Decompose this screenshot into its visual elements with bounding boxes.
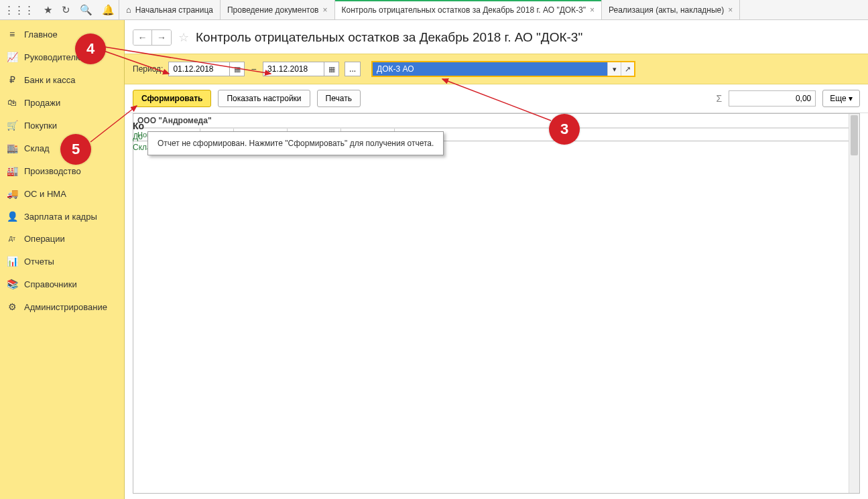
tab-label: Проведение документов <box>227 5 319 15</box>
sidebar-label: Продажи <box>24 98 60 108</box>
action-row: Сформировать Показать настройки Печать Σ… <box>125 84 868 113</box>
ruble-icon: ₽ <box>7 74 17 85</box>
star-icon[interactable]: ★ <box>44 4 52 16</box>
tabs: ⌂ Начальная страница Проведение документ… <box>119 0 740 19</box>
tab-home[interactable]: ⌂ Начальная страница <box>119 0 221 19</box>
sidebar-item-main[interactable]: ≡Главное <box>0 23 124 46</box>
sidebar-item-catalogs[interactable]: 📚Справочники <box>0 273 124 295</box>
more-button[interactable]: Еще ▾ <box>822 90 860 107</box>
bell-icon[interactable]: 🔔 <box>102 4 115 16</box>
annotation-badge-4: 4 <box>75 33 106 64</box>
warehouse-icon: 🏬 <box>7 143 17 153</box>
tab-label: Контроль отрицательных остатков за Декаб… <box>342 5 586 15</box>
date-from-input[interactable] <box>169 62 229 76</box>
debit-icon: Дт <box>7 236 17 242</box>
content: ← → ☆ Контроль отрицательных остатков за… <box>125 20 868 499</box>
cart-icon: 🛒 <box>7 120 17 131</box>
bag-icon: 🛍 <box>7 97 17 108</box>
sidebar-item-sales[interactable]: 🛍Продажи <box>0 91 124 114</box>
calendar-icon[interactable]: ▦ <box>324 62 338 76</box>
sidebar-label: Руководителю <box>24 52 82 62</box>
close-icon[interactable]: × <box>323 5 328 15</box>
sidebar-item-purchases[interactable]: 🛒Покупки <box>0 114 124 137</box>
date-to-input[interactable] <box>263 62 324 76</box>
sidebar-label: Отчеты <box>24 257 54 267</box>
gear-icon: ⚙ <box>7 301 17 312</box>
sidebar-label: Банк и касса <box>24 75 76 85</box>
search-icon[interactable]: 🔍 <box>80 4 92 16</box>
sidebar-item-admin[interactable]: ⚙Администрирование <box>0 295 124 318</box>
sidebar-label: ОС и НМА <box>24 189 66 199</box>
sidebar-label: Справочники <box>24 279 77 289</box>
sidebar: ≡Главное 📈Руководителю ₽Банк и касса 🛍Пр… <box>0 20 125 499</box>
scrollbar[interactable] <box>849 114 859 493</box>
history-icon[interactable]: ↻ <box>62 4 70 16</box>
close-icon[interactable]: × <box>728 5 733 15</box>
page-title: Контроль отрицательных остатков за Декаб… <box>196 30 582 45</box>
filter-row: Период: ▦ – ▦ ... ▾ ↗ <box>125 54 868 84</box>
sidebar-item-assets[interactable]: 🚚ОС и НМА <box>0 182 124 205</box>
org-field: ▾ ↗ <box>371 61 635 77</box>
show-settings-button[interactable]: Показать настройки <box>218 90 310 107</box>
sidebar-label: Операции <box>24 234 65 244</box>
books-icon: 📚 <box>7 279 17 289</box>
tab-sales[interactable]: Реализация (акты, накладные) × <box>602 0 740 19</box>
print-button[interactable]: Печать <box>317 90 361 107</box>
popup-icon[interactable]: ↗ <box>621 62 634 76</box>
title-row: ← → ☆ Контроль отрицательных остатков за… <box>125 20 868 54</box>
sidebar-label: Склад <box>24 143 50 153</box>
truck-icon: 🚚 <box>7 188 17 199</box>
sidebar-item-reports[interactable]: 📊Отчеты <box>0 250 124 273</box>
behind-line: Ко <box>133 121 156 131</box>
icon-strip: ⋮⋮⋮ ★ ↻ 🔍 🔔 <box>0 0 119 19</box>
home-icon: ⌂ <box>126 5 131 15</box>
tab-negative-balance[interactable]: Контроль отрицательных остатков за Декаб… <box>335 0 603 19</box>
chart-icon: 📈 <box>7 52 17 62</box>
generate-button[interactable]: Сформировать <box>133 90 211 107</box>
tooltip: Отчет не сформирован. Нажмите "Сформиров… <box>147 131 444 155</box>
sidebar-label: Производство <box>24 166 81 176</box>
sidebar-label: Главное <box>24 29 58 40</box>
sidebar-item-production[interactable]: 🏭Производство <box>0 159 124 182</box>
sidebar-item-bank[interactable]: ₽Банк и касса <box>0 68 124 91</box>
favorite-icon[interactable]: ☆ <box>178 30 189 45</box>
close-icon[interactable]: × <box>590 5 595 15</box>
date-from-wrap: ▦ <box>168 62 245 76</box>
sidebar-label: Покупки <box>24 121 57 131</box>
nav-buttons: ← → <box>133 29 172 46</box>
back-button[interactable]: ← <box>133 30 152 45</box>
sidebar-label: Администрирование <box>24 302 107 312</box>
org-name: ООО "Андромеда" <box>133 114 859 128</box>
sum-icon: Σ <box>717 93 723 104</box>
tooltip-text: Отчет не сформирован. Нажмите "Сформиров… <box>158 139 434 148</box>
tab-documents[interactable]: Проведение документов × <box>221 0 335 19</box>
annotation-badge-5: 5 <box>60 134 91 165</box>
period-label: Период: <box>133 64 163 74</box>
bars-icon: 📊 <box>7 256 17 267</box>
forward-button[interactable]: → <box>152 30 171 45</box>
report-area: ООО "Андромеда" Номенклатура Счет <box>125 113 868 499</box>
sidebar-label: Зарплата и кадры <box>24 212 97 222</box>
dash: – <box>250 64 257 74</box>
chevron-down-icon[interactable]: ▾ <box>607 62 621 76</box>
sum-input[interactable] <box>729 90 816 106</box>
annotation-badge-3: 3 <box>549 114 580 145</box>
chevron-down-icon: ▾ <box>849 94 853 103</box>
menu-icon: ≡ <box>7 29 17 40</box>
sidebar-item-operations[interactable]: ДтОперации <box>0 228 124 250</box>
scroll-thumb[interactable] <box>851 115 858 155</box>
person-icon: 👤 <box>7 211 17 222</box>
date-to-wrap: ▦ <box>263 62 339 76</box>
top-bar: ⋮⋮⋮ ★ ↻ 🔍 🔔 ⌂ Начальная страница Проведе… <box>0 0 868 20</box>
report-box: ООО "Андромеда" Номенклатура Счет <box>133 113 860 494</box>
apps-icon[interactable]: ⋮⋮⋮ <box>4 4 34 16</box>
period-picker-button[interactable]: ... <box>345 62 361 76</box>
tab-label: Реализация (акты, накладные) <box>609 5 724 15</box>
calendar-icon[interactable]: ▦ <box>229 62 244 76</box>
sidebar-item-hr[interactable]: 👤Зарплата и кадры <box>0 205 124 228</box>
org-input[interactable] <box>373 62 607 76</box>
factory-icon: 🏭 <box>7 165 17 176</box>
tab-label: Начальная страница <box>135 5 213 15</box>
